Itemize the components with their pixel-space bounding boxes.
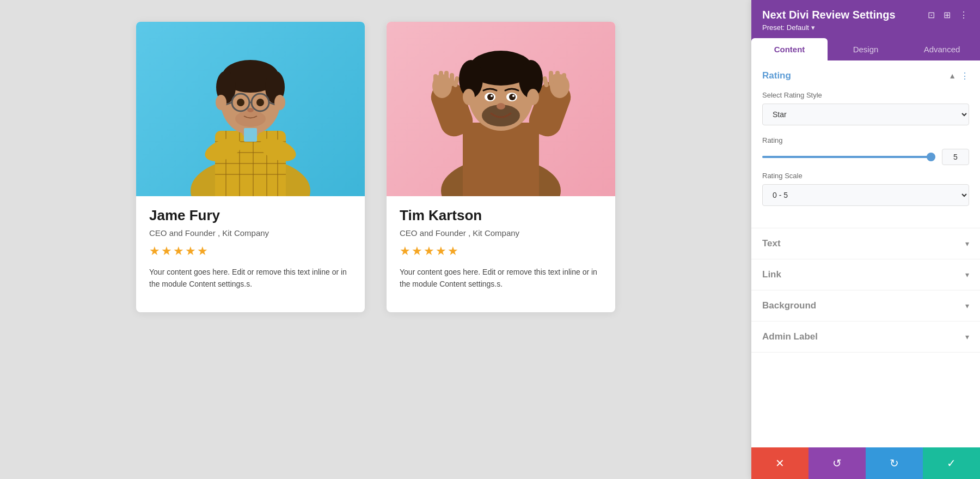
text-section-header[interactable]: Text ▾ [751, 228, 980, 259]
background-chevron-down-icon: ▾ [965, 301, 969, 310]
link-section-header[interactable]: Link ▾ [751, 259, 980, 290]
save-button[interactable]: ✓ [923, 447, 980, 479]
tab-design[interactable]: Design [828, 38, 904, 60]
panel-header-top: Next Divi Review Settings ⊡ ⊞ ⋮ [762, 9, 969, 21]
tab-content[interactable]: Content [751, 38, 828, 60]
background-section-header[interactable]: Background ▾ [751, 290, 980, 321]
svg-point-29 [274, 95, 285, 110]
text-chevron-down-icon: ▾ [965, 239, 969, 248]
svg-rect-43 [555, 71, 560, 86]
review-card-2: Tim Kartson CEO and Founder , Kit Compan… [387, 22, 615, 312]
svg-point-54 [487, 94, 494, 100]
panel-title: Next Divi Review Settings [762, 9, 896, 21]
reviewer-title-2: CEO and Founder , Kit Company [400, 228, 602, 238]
svg-point-27 [247, 108, 254, 112]
rating-value-input[interactable]: 5 [942, 149, 969, 165]
rating-slider-thumb[interactable] [927, 153, 935, 161]
cancel-button[interactable]: ✕ [751, 447, 808, 479]
rating-section-icons: ▲ ⋮ [948, 71, 969, 81]
panel-footer: ✕ ↺ ↻ ✓ [751, 447, 980, 479]
svg-point-23 [237, 99, 244, 106]
svg-rect-44 [562, 73, 566, 86]
svg-rect-35 [433, 74, 438, 87]
redo-button[interactable]: ↻ [866, 447, 923, 479]
reset-button[interactable]: ↺ [808, 447, 866, 479]
svg-rect-25 [244, 128, 257, 142]
svg-rect-37 [444, 71, 449, 86]
card-2-body: Tim Kartson CEO and Founder , Kit Compan… [387, 196, 615, 296]
reviewer-title-1: CEO and Founder , Kit Company [149, 228, 352, 238]
admin-label-section-icons: ▾ [965, 332, 969, 341]
rating-section-title: Rating [762, 70, 791, 81]
reviewer-name-1: Jame Fury [149, 207, 352, 224]
text-section: Text ▾ [751, 228, 980, 259]
card-1-body: Jame Fury CEO and Founder , Kit Company … [136, 196, 365, 296]
rating-more-icon[interactable]: ⋮ [960, 71, 969, 81]
rating-value-label: Rating [762, 136, 969, 144]
stars-2: ★★★★★ [400, 244, 602, 258]
panel-preset: Preset: Default ▾ [762, 23, 969, 32]
card-2-image [387, 22, 615, 196]
rating-section-header[interactable]: Rating ▲ ⋮ [751, 60, 980, 91]
text-section-title: Text [762, 238, 781, 249]
expand-icon[interactable]: ⊡ [927, 9, 936, 21]
rating-scale-select[interactable]: 0 - 5 0 - 10 0 - 100 [762, 184, 969, 206]
columns-icon[interactable]: ⊞ [942, 9, 952, 21]
svg-rect-31 [463, 123, 539, 196]
svg-point-56 [491, 95, 493, 97]
svg-point-28 [216, 95, 226, 110]
svg-point-26 [235, 111, 266, 127]
review-text-2: Your content goes here. Edit or remove t… [400, 266, 602, 290]
background-section-icons: ▾ [965, 301, 969, 310]
svg-rect-42 [549, 71, 553, 86]
panel-header-icons: ⊡ ⊞ ⋮ [927, 9, 969, 21]
more-options-icon[interactable]: ⋮ [958, 9, 969, 21]
svg-point-59 [463, 89, 475, 105]
svg-rect-36 [439, 71, 443, 86]
panel-header: Next Divi Review Settings ⊡ ⊞ ⋮ Preset: … [751, 0, 980, 38]
rating-slider-track[interactable] [762, 156, 935, 158]
background-section-title: Background [762, 300, 816, 311]
review-card-1: Jame Fury CEO and Founder , Kit Company … [136, 22, 365, 312]
svg-point-57 [512, 95, 514, 97]
link-chevron-down-icon: ▾ [965, 270, 969, 279]
rating-scale-label: Rating Scale [762, 172, 969, 180]
review-text-1: Your content goes here. Edit or remove t… [149, 266, 352, 290]
slider-row: 5 [762, 149, 969, 165]
tab-bar: Content Design Advanced [751, 38, 980, 60]
svg-point-24 [256, 99, 264, 106]
rating-style-label: Select Rating Style [762, 91, 969, 99]
svg-point-55 [509, 94, 516, 100]
main-content: Jame Fury CEO and Founder , Kit Company … [0, 0, 751, 479]
link-section-icons: ▾ [965, 270, 969, 279]
card-1-image [136, 22, 365, 196]
panel-body: Rating ▲ ⋮ Select Rating Style Star Numb… [751, 60, 980, 447]
settings-panel: Next Divi Review Settings ⊡ ⊞ ⋮ Preset: … [751, 0, 980, 479]
rating-body: Select Rating Style Star Number Percenta… [751, 91, 980, 228]
admin-label-chevron-down-icon: ▾ [965, 332, 969, 341]
svg-point-60 [527, 89, 539, 105]
link-section: Link ▾ [751, 259, 980, 290]
admin-label-section: Admin Label ▾ [751, 322, 980, 353]
rating-slider-fill [762, 156, 935, 158]
background-section: Background ▾ [751, 290, 980, 322]
rating-chevron-up-icon: ▲ [948, 71, 956, 80]
rating-style-select[interactable]: Star Number Percentage [762, 104, 969, 125]
admin-label-section-header[interactable]: Admin Label ▾ [751, 322, 980, 352]
link-section-title: Link [762, 269, 781, 280]
reviewer-name-2: Tim Kartson [400, 207, 602, 224]
stars-1: ★★★★★ [149, 244, 352, 258]
rating-section: Rating ▲ ⋮ Select Rating Style Star Numb… [751, 60, 980, 228]
admin-label-section-title: Admin Label [762, 331, 818, 342]
text-section-icons: ▾ [965, 239, 969, 248]
tab-advanced[interactable]: Advanced [904, 38, 980, 60]
svg-point-58 [497, 103, 505, 110]
